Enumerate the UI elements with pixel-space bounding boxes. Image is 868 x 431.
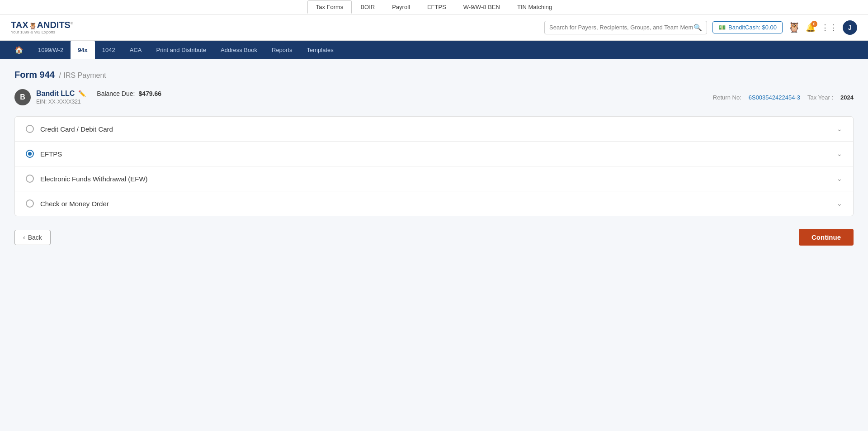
top-nav-w9-w8-ben[interactable]: W-9/W-8 BEN <box>455 0 509 14</box>
back-label: Back <box>28 234 42 241</box>
chevron-down-icon-credit: ⌄ <box>837 125 842 133</box>
notification-badge: 0 <box>811 21 817 27</box>
search-icon-button[interactable]: 🔍 <box>693 24 702 32</box>
radio-efw[interactable] <box>26 175 34 183</box>
payment-option-efw[interactable]: Electronic Funds Withdrawal (EFW) ⌄ <box>15 166 853 191</box>
efw-label: Electronic Funds Withdrawal (EFW) <box>40 175 148 183</box>
nav-aca[interactable]: ACA <box>123 41 149 59</box>
header: TAX🦉ANDITS® Your 1099 & W2 Exports 🔍 💵 B… <box>0 14 868 41</box>
radio-check[interactable] <box>26 199 34 208</box>
bandit-cash-label: BanditCash: $0.00 <box>728 24 777 31</box>
nav-1099-w2[interactable]: 1099/W-2 <box>31 41 71 59</box>
bandit-cash-icon: 💵 <box>718 24 726 31</box>
radio-credit-debit[interactable] <box>26 125 34 133</box>
payment-option-eftps[interactable]: EFTPS ⌄ <box>15 142 853 166</box>
main-nav: 🏠 1099/W-2 94x 1042 ACA Print and Distri… <box>0 41 868 59</box>
payer-avatar: B <box>14 89 31 105</box>
owl-avatar-icon-button[interactable]: 🦉 <box>788 22 800 33</box>
header-right: 🔍 💵 BanditCash: $0.00 🦉 🔔 0 ⋮⋮ J <box>544 20 857 35</box>
grid-icon-button[interactable]: ⋮⋮ <box>821 23 837 33</box>
content-area: Form 944 / IRS Payment B Bandit LLC ✏️ B… <box>0 59 868 431</box>
nav-reports[interactable]: Reports <box>264 41 300 59</box>
payer-bar: B Bandit LLC ✏️ Balance Due: $479.66 EIN… <box>14 89 854 105</box>
chevron-down-icon-check: ⌄ <box>837 200 842 207</box>
home-icon: 🏠 <box>14 46 24 54</box>
payment-option-check-left: Check or Money Order <box>26 199 109 208</box>
notification-bell-button[interactable]: 🔔 0 <box>806 23 816 33</box>
edit-payer-icon[interactable]: ✏️ <box>78 90 86 97</box>
top-bar: Tax Forms BOIR Payroll EFTPS W-9/W-8 BEN… <box>0 0 868 14</box>
payer-right: Return No: 6S003542422454-3 Tax Year : 2… <box>713 94 854 101</box>
page-title: Form 944 / IRS Payment <box>14 70 854 80</box>
check-label: Check or Money Order <box>40 200 109 208</box>
nav-print-distribute[interactable]: Print and Distribute <box>149 41 214 59</box>
payer-ein: EIN: XX-XXXX321 <box>36 99 161 105</box>
continue-button[interactable]: Continue <box>799 229 854 246</box>
search-box[interactable]: 🔍 <box>544 21 707 34</box>
top-nav-tax-forms[interactable]: Tax Forms <box>307 0 352 14</box>
title-slash: / <box>59 71 61 79</box>
logo[interactable]: TAX🦉ANDITS® Your 1099 & W2 Exports <box>11 20 73 34</box>
chevron-down-icon-efw: ⌄ <box>837 175 842 182</box>
top-nav-tin-matching[interactable]: TIN Matching <box>509 0 561 14</box>
top-nav-payroll[interactable]: Payroll <box>383 0 419 14</box>
payment-options-container: Credit Card / Debit Card ⌄ EFTPS ⌄ Elect… <box>14 116 854 216</box>
nav-address-book[interactable]: Address Book <box>213 41 264 59</box>
return-no-label: Return No: <box>713 94 741 101</box>
balance-amount: $479.66 <box>138 90 161 97</box>
nav-home[interactable]: 🏠 <box>7 41 31 59</box>
payment-option-check[interactable]: Check or Money Order ⌄ <box>15 191 853 216</box>
form-name: Form 944 <box>14 70 55 80</box>
title-subtitle: IRS Payment <box>64 71 106 79</box>
payment-option-credit-debit[interactable]: Credit Card / Debit Card ⌄ <box>15 117 853 142</box>
tax-year-label: Tax Year : <box>807 94 833 101</box>
nav-1042[interactable]: 1042 <box>95 41 123 59</box>
payer-left: B Bandit LLC ✏️ Balance Due: $479.66 EIN… <box>14 89 161 105</box>
eftps-label: EFTPS <box>40 150 62 158</box>
payment-option-credit-debit-left: Credit Card / Debit Card <box>26 125 113 133</box>
back-button[interactable]: ‹ Back <box>14 230 51 245</box>
top-nav-eftps[interactable]: EFTPS <box>419 0 455 14</box>
action-bar: ‹ Back Continue <box>14 229 854 246</box>
nav-94x[interactable]: 94x <box>71 41 95 59</box>
user-avatar[interactable]: J <box>843 20 857 35</box>
back-chevron-icon: ‹ <box>23 234 25 241</box>
payer-name: Bandit LLC <box>36 90 75 98</box>
bandit-cash-button[interactable]: 💵 BanditCash: $0.00 <box>712 21 783 33</box>
balance-due-label: Balance Due: <box>97 90 135 97</box>
payment-option-eftps-left: EFTPS <box>26 150 62 158</box>
search-input[interactable] <box>549 24 693 31</box>
payment-option-efw-left: Electronic Funds Withdrawal (EFW) <box>26 175 148 183</box>
radio-eftps[interactable] <box>26 150 34 158</box>
nav-templates[interactable]: Templates <box>300 41 341 59</box>
return-no-value: 6S003542422454-3 <box>749 94 800 101</box>
top-nav-boir[interactable]: BOIR <box>352 0 383 14</box>
logo-subtitle: Your 1099 & W2 Exports <box>11 30 73 34</box>
tax-year-value: 2024 <box>840 94 854 101</box>
credit-debit-label: Credit Card / Debit Card <box>40 125 113 133</box>
chevron-down-icon-eftps: ⌄ <box>837 150 842 157</box>
top-nav: Tax Forms BOIR Payroll EFTPS W-9/W-8 BEN… <box>307 0 561 14</box>
